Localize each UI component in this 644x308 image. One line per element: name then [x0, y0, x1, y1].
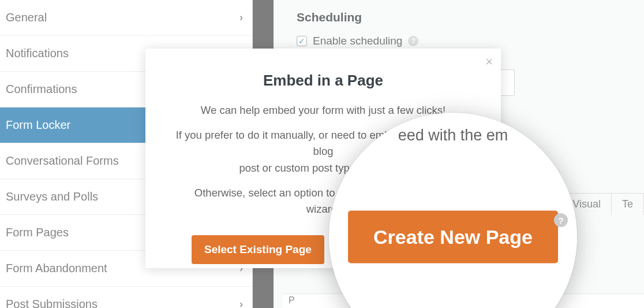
create-new-page-button-zoomed[interactable]: Create New Page: [348, 211, 558, 264]
close-icon[interactable]: ×: [485, 54, 493, 69]
zoom-context-text: eed with the em: [398, 127, 508, 144]
modal-title: Embed in a Page: [171, 72, 475, 90]
help-icon[interactable]: ?: [554, 213, 568, 227]
select-existing-page-button[interactable]: Select Existing Page: [192, 235, 324, 264]
